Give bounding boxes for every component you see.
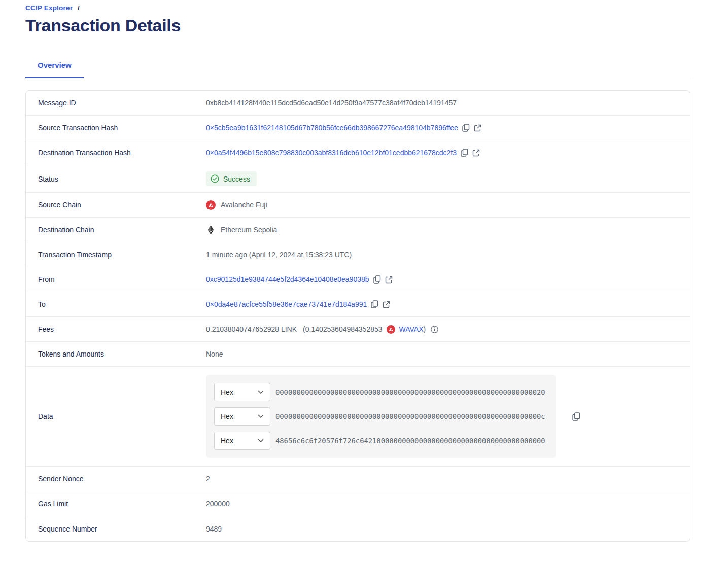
gas-limit-label: Gas Limit	[38, 500, 206, 508]
hex-format-select-value: Hex	[221, 412, 233, 420]
data-hex-line-2: 0000000000000000000000000000000000000000…	[275, 412, 545, 420]
ethereum-icon	[206, 225, 216, 234]
avalanche-icon	[387, 325, 395, 334]
sequence-number-label: Sequence Number	[38, 525, 206, 533]
fees-native-amount: (0.140253604984352853	[303, 325, 383, 333]
data-hex-box: Hex 000000000000000000000000000000000000…	[206, 375, 556, 458]
row-source-tx-hash: Source Transaction Hash 0×5cb5ea9b1631f6…	[26, 116, 690, 140]
data-line: Hex 000000000000000000000000000000000000…	[214, 383, 548, 401]
timestamp-label: Transaction Timestamp	[38, 251, 206, 259]
timestamp-value: 1 minute ago (April 12, 2024 at 15:38:23…	[206, 251, 352, 259]
row-fees: Fees 0.21038040747652928 LINK (0.1402536…	[26, 317, 690, 342]
to-label: To	[38, 300, 206, 308]
row-sender-nonce: Sender Nonce 2	[26, 467, 690, 491]
status-badge-text: Success	[223, 175, 250, 183]
fees-close-paren: )	[424, 325, 426, 333]
data-hex-line-3: 48656c6c6f20576f726c64210000000000000000…	[275, 437, 545, 445]
chevron-down-icon	[258, 390, 264, 394]
copy-icon[interactable]	[462, 124, 470, 132]
fees-link-amount: 0.21038040747652928 LINK	[206, 325, 297, 333]
row-message-id: Message ID 0xb8cb414128f440e115dcd5d6ead…	[26, 91, 690, 116]
hex-format-select[interactable]: Hex	[214, 432, 270, 450]
copy-icon[interactable]	[371, 300, 378, 308]
row-source-chain: Source Chain Avalanche Fuji	[26, 193, 690, 218]
row-timestamp: Transaction Timestamp 1 minute ago (Apri…	[26, 242, 690, 267]
tab-bar: Overview	[25, 56, 690, 78]
row-sequence-number: Sequence Number 9489	[26, 516, 690, 541]
breadcrumb-separator: /	[78, 4, 80, 12]
info-icon[interactable]	[431, 326, 438, 333]
data-line: Hex 48656c6c6f20576f726c6421000000000000…	[214, 432, 548, 450]
hex-format-select-value: Hex	[221, 437, 233, 445]
gas-limit-value: 200000	[206, 500, 230, 508]
tokens-and-amounts-value: None	[206, 350, 223, 358]
chevron-down-icon	[258, 439, 264, 443]
row-tokens-and-amounts: Tokens and Amounts None	[26, 342, 690, 367]
data-label: Data	[38, 412, 206, 420]
row-from: From 0xc90125d1e9384744e5f2d4364e10408e0…	[26, 267, 690, 292]
data-line: Hex 000000000000000000000000000000000000…	[214, 407, 548, 426]
details-card: Message ID 0xb8cb414128f440e115dcd5d6ead…	[25, 90, 690, 542]
tokens-and-amounts-label: Tokens and Amounts	[38, 350, 206, 358]
row-to: To 0×0da4e87acfce55f58e36e7cae73741e7d18…	[26, 292, 690, 317]
status-badge: Success	[206, 171, 257, 186]
row-gas-limit: Gas Limit 200000	[26, 491, 690, 516]
sequence-number-value: 9489	[206, 525, 222, 533]
external-link-icon[interactable]	[472, 149, 480, 157]
message-id-label: Message ID	[38, 99, 206, 107]
row-dest-tx-hash: Destination Transaction Hash 0×0a54f4496…	[26, 140, 690, 165]
dest-chain-value: Ethereum Sepolia	[221, 226, 277, 234]
source-chain-value: Avalanche Fuji	[221, 201, 267, 209]
source-chain-label: Source Chain	[38, 201, 206, 209]
transaction-details-page: CCIP Explorer / Transaction Details Over…	[0, 0, 690, 542]
data-hex-line-1: 0000000000000000000000000000000000000000…	[275, 388, 545, 396]
from-address-link[interactable]: 0xc90125d1e9384744e5f2d4364e10408e0ea903…	[206, 275, 369, 284]
sender-nonce-value: 2	[206, 475, 210, 483]
breadcrumb-link-ccip-explorer[interactable]: CCIP Explorer	[25, 4, 73, 12]
chevron-down-icon	[258, 414, 264, 418]
row-data: Data Hex 0000000000000000000000000000000…	[26, 367, 690, 467]
dest-tx-hash-link[interactable]: 0×0a54f4496b15e808c798830c003abf8316dcb6…	[206, 149, 457, 157]
external-link-icon[interactable]	[385, 276, 393, 284]
hex-format-select[interactable]: Hex	[214, 407, 270, 426]
external-link-icon[interactable]	[474, 124, 481, 132]
fees-token-link[interactable]: WAVAX	[399, 325, 424, 333]
hex-format-select[interactable]: Hex	[214, 383, 270, 401]
fees-label: Fees	[38, 325, 206, 333]
page-title: Transaction Details	[25, 16, 690, 36]
copy-icon[interactable]	[461, 149, 468, 157]
external-link-icon[interactable]	[383, 301, 390, 308]
status-label: Status	[38, 175, 206, 183]
message-id-value: 0xb8cb414128f440e115dcd5d6ead50e14d250f9…	[206, 99, 457, 107]
source-tx-hash-link[interactable]: 0×5cb5ea9b1631f62148105d67b780b56fce66db…	[206, 124, 458, 132]
row-status: Status Success	[26, 165, 690, 193]
source-tx-hash-label: Source Transaction Hash	[38, 124, 206, 132]
dest-tx-hash-label: Destination Transaction Hash	[38, 149, 206, 157]
tab-overview[interactable]: Overview	[25, 56, 84, 78]
copy-icon[interactable]	[373, 275, 381, 284]
hex-format-select-value: Hex	[221, 388, 233, 396]
copy-icon[interactable]	[572, 412, 580, 421]
row-dest-chain: Destination Chain Ethereum Sepolia	[26, 218, 690, 242]
sender-nonce-label: Sender Nonce	[38, 475, 206, 483]
from-label: From	[38, 275, 206, 284]
avalanche-icon	[206, 200, 216, 210]
check-circle-icon	[211, 174, 219, 183]
to-address-link[interactable]: 0×0da4e87acfce55f58e36e7cae73741e7d184a9…	[206, 300, 367, 308]
breadcrumb: CCIP Explorer /	[25, 4, 690, 12]
dest-chain-label: Destination Chain	[38, 226, 206, 234]
